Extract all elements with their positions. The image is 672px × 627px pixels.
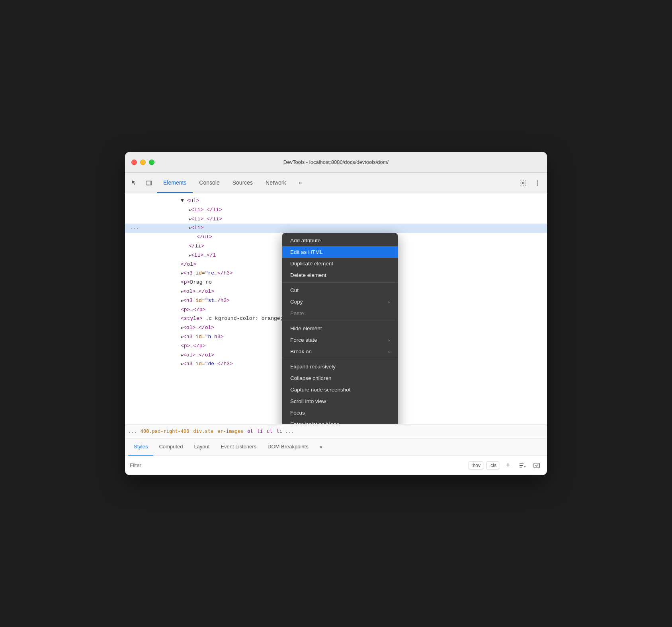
ctx-focus[interactable]: Focus [282, 407, 398, 419]
tab-event-listeners[interactable]: Event Listeners [215, 438, 262, 456]
toolbar-right [517, 177, 544, 189]
ctx-expand-recursively[interactable]: Expand recursively [282, 361, 398, 372]
toolbar: Elements Console Sources Network » [125, 173, 547, 193]
tab-more[interactable]: » [292, 173, 308, 193]
element-state-button[interactable] [531, 460, 542, 471]
new-style-rule-button[interactable] [517, 460, 528, 471]
svg-point-6 [537, 184, 538, 185]
tab-sources[interactable]: Sources [226, 173, 259, 193]
ctx-scroll-into-view[interactable]: Scroll into view [282, 395, 398, 407]
dom-line-ul[interactable]: ▼ <ul> [125, 197, 547, 206]
svg-point-3 [522, 182, 524, 184]
svg-point-4 [537, 180, 538, 181]
hov-badge[interactable]: :hov [469, 461, 483, 469]
dom-line-li1[interactable]: ▶<li>…</li> [125, 206, 547, 215]
breadcrumb-item-3[interactable]: ol [246, 428, 254, 435]
ctx-add-attribute[interactable]: Add attribute [282, 235, 398, 246]
ctx-delete-element[interactable]: Delete element [282, 269, 398, 281]
cls-badge[interactable]: .cls [486, 461, 499, 469]
devtools-window: DevTools - localhost:8080/docs/devtools/… [125, 152, 547, 475]
breadcrumb-item-1[interactable]: div.sta [192, 428, 215, 435]
svg-rect-7 [520, 463, 524, 464]
svg-rect-2 [150, 181, 151, 185]
ctx-separator-2 [282, 321, 398, 321]
ctx-hide-element[interactable]: Hide element [282, 323, 398, 334]
minimize-button[interactable] [140, 160, 146, 165]
bottom-panel-tabs: Styles Computed Layout Event Listeners D… [125, 438, 547, 456]
breadcrumb-item-5[interactable]: ul [266, 428, 273, 435]
inspect-element-button[interactable] [128, 177, 141, 189]
ctx-force-state[interactable]: Force state › [282, 334, 398, 346]
tab-console[interactable]: Console [193, 173, 226, 193]
title-bar: DevTools - localhost:8080/docs/devtools/… [125, 152, 547, 173]
elements-panel: ▼ <ul> ▶<li>…</li> ▶<li>…</li> ... ▶<li>… [125, 193, 547, 424]
traffic-lights [131, 160, 154, 165]
tab-network[interactable]: Network [259, 173, 292, 193]
dom-line-li-selected[interactable]: ... ▶<li> [125, 224, 547, 233]
ctx-collapse-children[interactable]: Collapse children [282, 372, 398, 384]
ctx-separator-1 [282, 282, 398, 283]
filter-bar: :hov .cls + [125, 456, 547, 475]
svg-point-5 [537, 182, 538, 183]
ctx-paste: Paste [282, 308, 398, 319]
breadcrumb-item-6[interactable]: li [275, 428, 283, 435]
dom-line-li2[interactable]: ▶<li>…</li> [125, 215, 547, 224]
svg-rect-1 [147, 185, 149, 185]
tab-layout[interactable]: Layout [188, 438, 215, 456]
break-on-arrow-icon: › [388, 349, 390, 354]
svg-rect-9 [520, 467, 522, 467]
tab-styles[interactable]: Styles [128, 438, 153, 456]
breadcrumb-item-4[interactable]: li [256, 428, 264, 435]
close-button[interactable] [131, 160, 137, 165]
tab-more-bottom[interactable]: » [314, 438, 328, 456]
breadcrumb-dots[interactable]: ... [128, 428, 137, 434]
ctx-duplicate-element[interactable]: Duplicate element [282, 258, 398, 269]
copy-arrow-icon: › [388, 300, 390, 304]
ctx-cut[interactable]: Cut [282, 284, 398, 296]
main-tabs: Elements Console Sources Network » [157, 173, 515, 193]
svg-rect-8 [520, 465, 523, 466]
ctx-copy[interactable]: Copy › [282, 296, 398, 308]
settings-button[interactable] [517, 177, 529, 189]
ctx-enter-isolation-mode[interactable]: Enter Isolation Mode [282, 419, 398, 424]
dots-indicator: ... [130, 224, 139, 232]
ctx-edit-as-html[interactable]: Edit as HTML [282, 246, 398, 258]
tab-computed[interactable]: Computed [153, 438, 188, 456]
ctx-separator-3 [282, 359, 398, 359]
ctx-break-on[interactable]: Break on › [282, 346, 398, 357]
maximize-button[interactable] [149, 160, 154, 165]
breadcrumb-item-0[interactable]: 400.pad-right-400 [139, 428, 191, 435]
more-options-button[interactable] [531, 177, 544, 189]
force-state-arrow-icon: › [388, 338, 390, 343]
breadcrumb-dots-end[interactable]: ... [285, 428, 294, 434]
tab-elements[interactable]: Elements [157, 173, 193, 193]
window-title: DevTools - localhost:8080/docs/devtools/… [283, 159, 389, 165]
add-style-button[interactable]: + [502, 460, 514, 471]
device-toggle-button[interactable] [143, 177, 155, 189]
ctx-capture-node-screenshot[interactable]: Capture node screenshot [282, 384, 398, 395]
breadcrumb-item-2[interactable]: er-images [216, 428, 244, 435]
breadcrumb-bar: ... 400.pad-right-400 div.sta er-images … [125, 424, 547, 438]
filter-input[interactable] [130, 462, 465, 468]
context-menu: Add attribute Edit as HTML Duplicate ele… [282, 233, 398, 424]
tab-dom-breakpoints[interactable]: DOM Breakpoints [262, 438, 314, 456]
